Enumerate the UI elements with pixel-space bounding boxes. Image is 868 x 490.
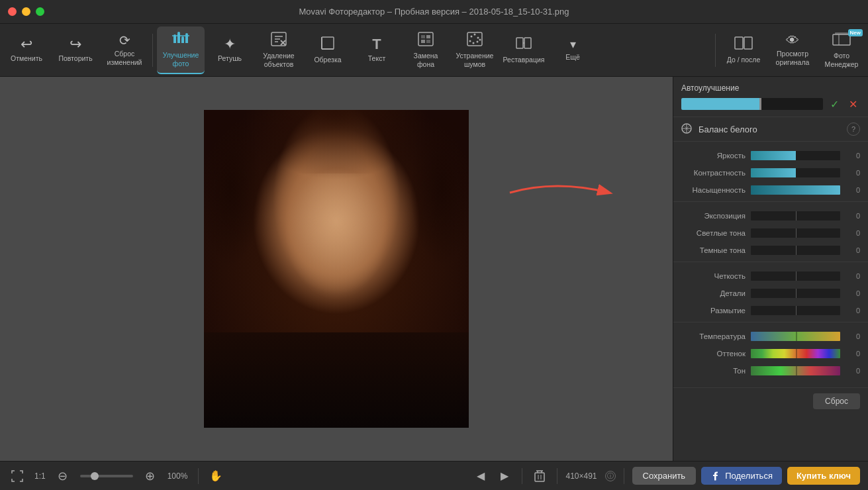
image-dimensions: 410×491 <box>565 471 597 481</box>
svg-rect-37 <box>835 32 848 34</box>
auto-enhance-slider[interactable] <box>681 98 823 110</box>
toolbar-undo-button[interactable]: ↩ Отменить <box>3 26 50 74</box>
zoom-percent-label: 100% <box>168 471 188 481</box>
window-controls <box>8 7 44 16</box>
details-slider[interactable] <box>751 289 840 298</box>
save-button[interactable]: Сохранить <box>632 467 697 485</box>
clarity-value: 0 <box>844 272 860 280</box>
svg-rect-19 <box>421 35 425 38</box>
toolbar-text-button[interactable]: T Текст <box>353 26 401 74</box>
view-original-label: Просмотр оригинала <box>776 50 810 66</box>
tone-slider[interactable] <box>751 366 840 375</box>
slider-group-3: Четкость 0 Детали 0 Размытие <box>673 265 868 322</box>
zoom-in-button[interactable]: ⊕ <box>141 467 160 485</box>
zoom-slider-thumb <box>91 472 99 480</box>
svg-rect-34 <box>735 37 743 49</box>
svg-point-7 <box>181 36 184 39</box>
reset-adjustments-button[interactable]: Сброс <box>813 393 860 409</box>
svg-rect-32 <box>524 38 531 48</box>
auto-enhance-cancel-button[interactable]: ✕ <box>845 97 860 111</box>
slider-group-2: Экспозиция 0 Светлые тона 0 Темные тона <box>673 205 868 262</box>
toolbar-reset-button[interactable]: ⟳ Сброс изменений <box>101 26 148 74</box>
close-button[interactable] <box>8 7 17 16</box>
exposure-slider[interactable] <box>751 211 840 220</box>
contrast-row: Контрастность 0 <box>673 164 868 181</box>
exposure-row: Экспозиция 0 <box>673 207 868 224</box>
highlights-row: Светлые тона 0 <box>673 224 868 242</box>
auto-enhance-thumb <box>759 98 761 110</box>
clarity-slider[interactable] <box>751 271 840 281</box>
zoom-out-button[interactable]: ⊖ <box>54 467 72 485</box>
fullscreen-button[interactable] <box>8 467 26 485</box>
redo-label: Повторить <box>58 54 92 63</box>
auto-enhance-bar-row: ✓ ✕ <box>681 97 860 111</box>
before-after-icon <box>734 36 753 53</box>
buy-key-button[interactable]: Купить ключ <box>787 467 860 485</box>
brightness-slider[interactable] <box>751 151 840 160</box>
auto-enhance-label: Автоулучшение <box>681 83 860 93</box>
right-panel: Автоулучшение ✓ ✕ Баланс белого <box>673 77 868 461</box>
delete-icon <box>534 470 545 482</box>
info-icon[interactable]: ⓘ <box>605 471 616 481</box>
toolbar-remove-objects-button[interactable]: Удаление объектов <box>255 26 303 74</box>
new-badge: New <box>848 29 863 36</box>
highlights-label: Светлые тона <box>681 229 751 237</box>
bottombar-separator-4 <box>624 468 624 484</box>
hue-slider[interactable] <box>751 349 840 358</box>
text-label: Текст <box>368 54 385 63</box>
svg-rect-3 <box>185 35 188 43</box>
tone-row: Тон 0 <box>673 362 868 379</box>
share-button[interactable]: Поделиться <box>701 467 782 485</box>
toolbar-photo-manager-button[interactable]: New Фото Менеджер <box>818 26 865 74</box>
clarity-label: Четкость <box>681 272 751 280</box>
photo-image <box>204 110 469 428</box>
toolbar-restore-button[interactable]: Реставрация <box>500 26 548 74</box>
shadows-row: Темные тона 0 <box>673 242 868 259</box>
help-button[interactable]: ? <box>847 122 860 136</box>
remove-objects-label: Удаление объектов <box>263 52 294 68</box>
sliders-section: Яркость 0 Контрастность 0 Насыщенность <box>673 142 868 387</box>
contrast-slider[interactable] <box>751 168 840 177</box>
toolbar-enhance-button[interactable]: Улучшение фото <box>157 26 205 74</box>
maximize-button[interactable] <box>36 7 44 16</box>
tone-value: 0 <box>844 367 860 375</box>
white-balance-row: Баланс белого ? <box>673 117 868 142</box>
zoom-slider[interactable] <box>80 475 133 477</box>
toolbar-denoise-button[interactable]: Устранение шумов <box>451 26 499 74</box>
svg-rect-15 <box>322 37 334 49</box>
toolbar-retouch-button[interactable]: ✦ Ретушь <box>206 26 254 74</box>
toolbar-more-button[interactable]: ▾ Ещё <box>549 26 597 74</box>
svg-rect-31 <box>516 38 523 48</box>
toolbar-crop-button[interactable]: Обрезка <box>304 26 352 74</box>
svg-point-5 <box>173 34 176 37</box>
text-icon: T <box>372 37 381 52</box>
delete-button[interactable] <box>530 467 549 485</box>
saturation-slider[interactable] <box>751 185 840 195</box>
hue-label: Оттенок <box>681 350 751 358</box>
minimize-button[interactable] <box>22 7 30 16</box>
exposure-value: 0 <box>844 212 860 220</box>
bottombar-right: ◀ ▶ 410×491 ⓘ Сохранить Поделиться Купит… <box>471 467 860 485</box>
details-row: Детали 0 <box>673 285 868 302</box>
blur-slider[interactable] <box>751 306 840 315</box>
auto-enhance-confirm-button[interactable]: ✓ <box>827 97 842 111</box>
reset-icon: ⟳ <box>119 34 130 47</box>
brightness-label: Яркость <box>681 152 751 160</box>
toolbar-replace-bg-button[interactable]: Замена фона <box>402 26 450 74</box>
shadows-slider[interactable] <box>751 246 840 255</box>
auto-enhance-fill <box>681 98 759 110</box>
temperature-slider[interactable] <box>751 332 840 341</box>
toolbar-before-after-button[interactable]: До / после <box>720 26 767 74</box>
highlights-slider[interactable] <box>751 228 840 238</box>
brightness-row: Яркость 0 <box>673 147 868 164</box>
bottombar: 1:1 ⊖ ⊕ 100% ✋ ◀ ▶ 410×491 ⓘ Сохранить <box>0 461 868 490</box>
white-balance-icon <box>681 123 693 135</box>
prev-image-button[interactable]: ◀ <box>471 467 490 485</box>
exposure-label: Экспозиция <box>681 212 751 220</box>
toolbar-view-original-button[interactable]: 👁 Просмотр оригинала <box>769 26 816 74</box>
clarity-row: Четкость 0 <box>673 268 868 285</box>
next-image-button[interactable]: ▶ <box>495 467 514 485</box>
toolbar-redo-button[interactable]: ↪ Повторить <box>52 26 99 74</box>
canvas-area[interactable] <box>0 77 673 461</box>
pan-tool-button[interactable]: ✋ <box>207 467 225 485</box>
